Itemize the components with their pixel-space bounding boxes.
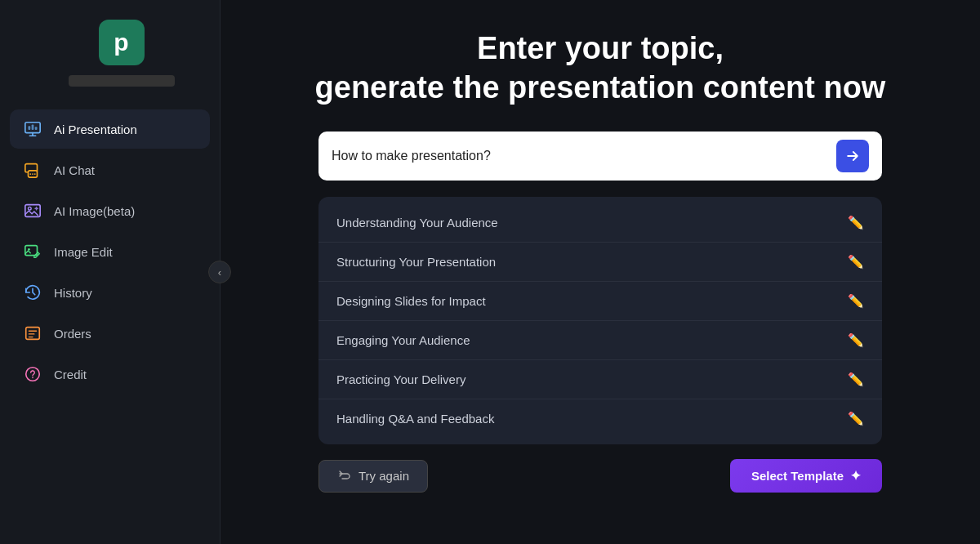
headline-line1: Enter your topic, <box>477 31 724 65</box>
sidebar-item-history[interactable]: History <box>10 273 210 312</box>
sidebar-item-ai-image-beta-label: AI Image(beta) <box>54 204 135 218</box>
sidebar-item-ai-presentation-label: Ai Presentation <box>54 123 137 136</box>
send-button[interactable] <box>836 140 869 172</box>
headline-text: Enter your topic, generate the presentat… <box>315 29 886 107</box>
edit-icon-6[interactable]: ✏️ <box>848 411 864 426</box>
sidebar-item-ai-presentation[interactable]: Ai Presentation <box>10 109 210 149</box>
image-edit-icon <box>23 242 42 261</box>
edit-icon-5[interactable]: ✏️ <box>848 372 864 387</box>
try-again-label: Try again <box>359 469 409 483</box>
svg-rect-11 <box>25 246 38 256</box>
slide-title-1: Understanding Your Audience <box>336 216 498 230</box>
edit-icon-4[interactable]: ✏️ <box>848 332 864 348</box>
svg-rect-2 <box>32 125 34 130</box>
svg-point-8 <box>34 173 36 175</box>
presentation-icon <box>23 119 42 139</box>
search-input[interactable] <box>332 149 828 163</box>
sidebar-item-orders-label: Orders <box>54 327 91 341</box>
sidebar-item-ai-chat-label: AI Chat <box>54 163 95 177</box>
sidebar-item-credit-label: Credit <box>54 368 87 381</box>
search-bar <box>318 132 882 181</box>
chat-icon <box>23 160 42 180</box>
sidebar-item-image-edit-label: Image Edit <box>54 245 113 259</box>
try-again-icon <box>337 469 352 484</box>
sparkle-icon: ✦ <box>850 468 861 484</box>
nav-items: Ai Presentation AI Chat <box>0 109 220 394</box>
svg-point-10 <box>29 207 32 210</box>
logo-label <box>69 75 175 87</box>
history-icon <box>23 283 42 302</box>
svg-rect-1 <box>29 126 31 130</box>
sidebar-collapse-button[interactable]: ‹ <box>208 261 231 283</box>
select-template-button[interactable]: Select Template ✦ <box>730 459 882 493</box>
slide-title-5: Practicing Your Delivery <box>336 372 466 386</box>
logo-icon: p <box>99 20 145 65</box>
sidebar-item-image-edit[interactable]: Image Edit <box>10 232 210 271</box>
sidebar-item-orders[interactable]: Orders <box>10 314 210 353</box>
sidebar-item-ai-image-beta[interactable]: AI Image(beta) <box>10 191 210 230</box>
sidebar-item-credit[interactable]: Credit <box>10 354 210 394</box>
sidebar: p Ai Presentation <box>0 0 220 544</box>
edit-icon-3[interactable]: ✏️ <box>848 293 864 309</box>
orders-icon <box>23 323 42 343</box>
slide-item-5[interactable]: Practicing Your Delivery ✏️ <box>318 360 882 399</box>
slide-item-2[interactable]: Structuring Your Presentation ✏️ <box>318 243 882 282</box>
slide-item-4[interactable]: Engaging Your Audience ✏️ <box>318 321 882 360</box>
main-content: Enter your topic, generate the presentat… <box>220 0 980 544</box>
headline-line2: generate the presentation content now <box>315 70 886 105</box>
try-again-button[interactable]: Try again <box>318 460 428 493</box>
bottom-actions: Try again Select Template ✦ <box>318 459 882 493</box>
edit-icon-1[interactable]: ✏️ <box>848 215 864 230</box>
slide-title-3: Designing Slides for Impact <box>336 294 486 308</box>
sidebar-item-ai-chat[interactable]: AI Chat <box>10 150 210 190</box>
slide-item-1[interactable]: Understanding Your Audience ✏️ <box>318 203 882 243</box>
slide-title-4: Engaging Your Audience <box>336 333 470 347</box>
select-template-label: Select Template <box>751 469 844 483</box>
slide-title-2: Structuring Your Presentation <box>336 255 496 269</box>
slide-item-3[interactable]: Designing Slides for Impact ✏️ <box>318 282 882 321</box>
slide-title-6: Handling Q&A and Feedback <box>336 412 494 426</box>
svg-point-14 <box>26 368 40 381</box>
credit-icon <box>23 364 42 384</box>
svg-point-7 <box>32 173 33 175</box>
headline: Enter your topic, generate the presentat… <box>315 29 886 107</box>
sidebar-item-history-label: History <box>54 286 92 300</box>
svg-point-6 <box>29 173 31 175</box>
slide-item-6[interactable]: Handling Q&A and Feedback ✏️ <box>318 399 882 438</box>
slides-list: Understanding Your Audience ✏️ Structuri… <box>318 197 882 444</box>
logo-area: p <box>0 20 220 109</box>
ai-image-icon <box>23 201 42 221</box>
edit-icon-2[interactable]: ✏️ <box>848 254 864 270</box>
svg-rect-3 <box>35 127 38 130</box>
